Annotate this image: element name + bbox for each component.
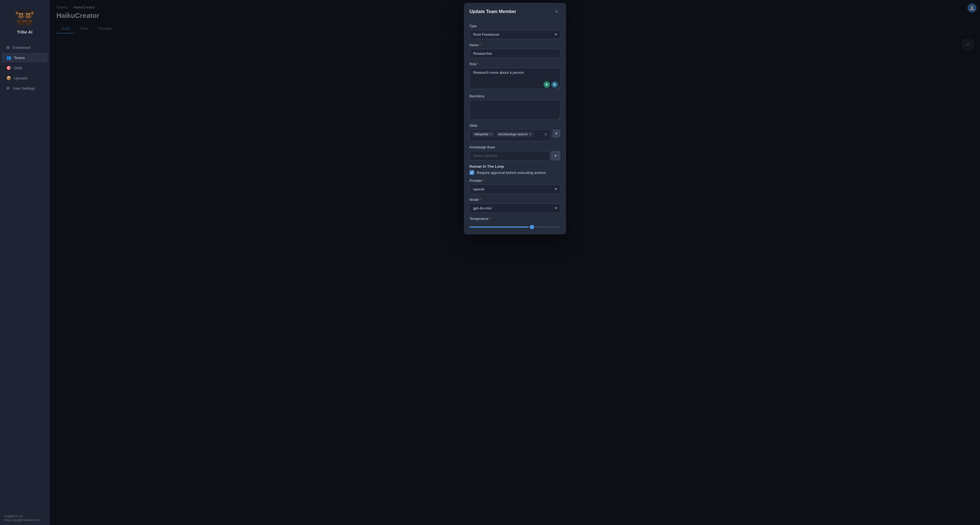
tribe-ai-logo-icon	[13, 5, 36, 28]
user-settings-icon: ⚙	[6, 86, 10, 91]
kb-placeholder: Select uploads	[473, 154, 497, 158]
sidebar-nav: ⊞ Dashboard 👥 Teams 🎯 Skills 📦 Uploads ⚙…	[0, 38, 49, 511]
model-field-group: Model * gpt-4o-mini gpt-4o gpt-3.5-turbo	[469, 198, 560, 213]
human-loop-checkbox-row: Require approval before executing action…	[469, 170, 560, 175]
type-label: Type	[469, 24, 560, 28]
provider-select[interactable]: openai anthropic gemini	[469, 185, 560, 194]
check-icon	[471, 171, 473, 174]
dashboard-icon: ⊞	[6, 45, 10, 50]
logged-in-label: Logged in as:	[5, 514, 45, 518]
name-required: *	[479, 43, 481, 47]
sidebar-item-label: Uploads	[14, 76, 27, 80]
temperature-field-group: Temperature *	[469, 217, 560, 230]
app-name: Tribe AI	[17, 30, 32, 34]
svg-point-16	[20, 15, 22, 16]
svg-point-14	[27, 14, 28, 14]
role-label: Role *	[469, 62, 560, 66]
human-loop-checkbox-label: Require approval before executing action…	[477, 170, 546, 175]
knowledge-base-wrapper: Select uploads ▾	[469, 151, 560, 160]
sidebar-footer: Logged in as: king_kong@monkey.com	[0, 511, 49, 525]
teams-icon: 👥	[6, 55, 11, 60]
textarea-icons: 👁 G	[543, 81, 558, 88]
svg-point-25	[30, 20, 32, 22]
main-content: Teams › HaikuCreator HaikuCreator Build …	[50, 0, 980, 525]
role-textarea-wrapper: Research more about a person 👁 G	[469, 68, 560, 90]
human-loop-checkbox[interactable]	[469, 170, 474, 175]
sidebar-item-teams[interactable]: 👥 Teams	[2, 53, 48, 62]
provider-field-group: Provider * openai anthropic gemini	[469, 179, 560, 194]
sidebar-item-user-settings[interactable]: ⚙ User Settings	[2, 83, 48, 93]
sidebar-item-label: Teams	[14, 56, 25, 60]
knowledge-base-select[interactable]: Select uploads	[469, 151, 550, 160]
model-select[interactable]: gpt-4o-mini gpt-4o gpt-3.5-turbo	[469, 204, 560, 213]
provider-required: *	[483, 179, 484, 183]
modal-overlay: Update Team Member × Type Root Freelance…	[50, 0, 980, 525]
model-required: *	[479, 198, 481, 202]
sidebar-item-skills[interactable]: 🎯 Skills	[2, 63, 48, 73]
model-label: Model *	[469, 198, 560, 202]
knowledge-base-field-group: Knowledge Base Select uploads ▾	[469, 145, 560, 160]
svg-point-22	[17, 20, 20, 22]
sidebar-item-label: Dashboard	[13, 45, 31, 50]
svg-point-24	[24, 20, 27, 22]
provider-label: Provider *	[469, 179, 560, 183]
type-field-group: Type Root Freelancer Freelancer Manager	[469, 24, 560, 39]
name-label: Name *	[469, 43, 560, 47]
skill-tag-label: wikipedia	[474, 132, 488, 136]
sidebar-item-dashboard[interactable]: ⊞ Dashboard	[2, 43, 48, 52]
backstory-field-group: Backstory	[469, 94, 560, 120]
modal-header: Update Team Member ×	[464, 3, 566, 19]
svg-point-13	[22, 14, 23, 14]
temperature-label: Temperature *	[469, 217, 560, 221]
skills-dropdown-button[interactable]: ▾	[552, 129, 560, 137]
eye-icon-button[interactable]: 👁	[543, 81, 550, 88]
sidebar-item-label: Skills	[14, 66, 22, 70]
skills-icon: 🎯	[6, 65, 11, 70]
svg-point-17	[27, 15, 29, 16]
user-email: king_kong@monkey.com	[5, 518, 45, 522]
sidebar: Tribe AI ⊞ Dashboard 👥 Teams 🎯 Skills 📦 …	[0, 0, 50, 525]
modal-title: Update Team Member	[469, 9, 516, 14]
knowledge-base-label: Knowledge Base	[469, 145, 560, 149]
skills-field-group: Skills wikipedia × duckduckgo-search ×	[469, 124, 560, 141]
skills-clear-button[interactable]: ×	[543, 131, 548, 138]
temperature-slider[interactable]	[469, 226, 560, 228]
update-team-member-modal: Update Team Member × Type Root Freelance…	[464, 3, 566, 234]
knowledge-base-dropdown-button[interactable]: ▾	[551, 151, 560, 160]
skill-tag-label: duckduckgo-search	[498, 132, 528, 136]
name-input[interactable]	[469, 49, 560, 58]
svg-point-18	[18, 10, 24, 13]
svg-point-3	[16, 12, 18, 14]
sidebar-item-uploads[interactable]: 📦 Uploads	[2, 73, 48, 83]
skill-tag-wikipedia: wikipedia ×	[472, 131, 495, 137]
role-field-group: Role * Research more about a person 👁 G	[469, 62, 560, 90]
human-loop-title: Human In The Loop	[469, 164, 560, 169]
skill-tag-remove-duckduckgo[interactable]: ×	[529, 132, 531, 136]
temperature-required: *	[490, 217, 491, 221]
skills-label: Skills	[469, 124, 560, 128]
skill-tag-duckduckgo: duckduckgo-search ×	[496, 131, 534, 137]
backstory-label: Backstory	[469, 94, 560, 98]
modal-close-button[interactable]: ×	[553, 8, 560, 15]
backstory-textarea[interactable]	[469, 100, 560, 120]
svg-point-15	[29, 14, 30, 14]
svg-point-19	[25, 10, 31, 13]
skills-input-area[interactable]: wikipedia × duckduckgo-search × ×	[469, 129, 551, 141]
human-in-the-loop-group: Human In The Loop Require approval befor…	[469, 164, 560, 175]
temperature-slider-wrapper	[469, 223, 560, 230]
sidebar-logo: Tribe AI	[0, 0, 49, 38]
modal-body: Type Root Freelancer Freelancer Manager …	[464, 19, 566, 234]
skill-tag-remove-wikipedia[interactable]: ×	[490, 132, 492, 136]
svg-point-12	[19, 14, 21, 14]
svg-point-5	[32, 12, 33, 14]
type-select[interactable]: Root Freelancer Freelancer Manager	[469, 30, 560, 39]
role-required: *	[477, 62, 479, 66]
sidebar-item-label: User Settings	[13, 86, 35, 91]
g-icon-button[interactable]: G	[551, 81, 558, 88]
uploads-icon: 📦	[6, 76, 11, 80]
name-field-group: Name *	[469, 43, 560, 58]
